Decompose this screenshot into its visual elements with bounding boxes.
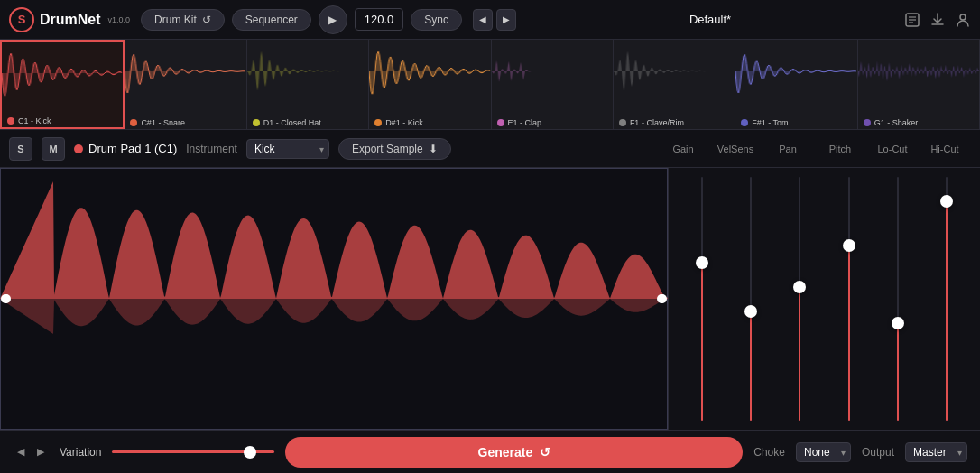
s-button[interactable]: S	[9, 137, 32, 161]
param-label-pan: Pan	[762, 144, 814, 154]
pad-label-pad-d1: D1 - Closed Hat	[253, 118, 321, 127]
generate-icon: ↺	[540, 445, 550, 459]
slider-velsens[interactable]	[750, 177, 752, 421]
pad-color-dot-pad-f1	[619, 119, 626, 126]
waveform-handle-right[interactable]	[657, 294, 666, 303]
pad-canvas-pad-e1	[492, 41, 613, 102]
user-icon-button[interactable]	[955, 12, 971, 28]
pad-label-pad-f1s: F#1 - Tom	[741, 118, 788, 127]
main-waveform	[0, 168, 668, 430]
slider-pitch[interactable]	[848, 177, 850, 421]
pad-waveform-pad-c1	[2, 42, 123, 105]
pad-waveform-pad-e1	[492, 40, 613, 103]
waveform-section	[0, 168, 669, 430]
slider-thumb-locut[interactable]	[892, 317, 904, 329]
app-version: v1.0.0	[108, 15, 131, 24]
choke-select-wrapper: None1234	[796, 442, 851, 462]
pad-label-pad-f1: F1 - Clave/Rim	[619, 118, 684, 127]
waveform-handle-left[interactable]	[2, 294, 11, 303]
variation-slider[interactable]	[112, 443, 274, 461]
pad-canvas-pad-c1s	[125, 41, 245, 102]
pad-color-dot-pad-c1s	[130, 119, 137, 126]
pad-color-dot-pad-d1s	[374, 119, 382, 126]
variation-thumb[interactable]	[244, 446, 256, 459]
pad-label-pad-g1: G1 - Shaker	[864, 118, 919, 127]
bpm-display[interactable]: 120.0	[355, 8, 404, 31]
param-labels: GainVelSensPanPitchLo-CutHi-Cut	[657, 144, 971, 154]
header: S DrumNet v1.0.0 Drum Kit ↺ Sequencer ▶ …	[0, 0, 980, 40]
pad-label-pad-c1: C1 - Kick	[7, 116, 51, 125]
sync-button[interactable]: Sync	[411, 9, 462, 31]
slider-thumb-gain[interactable]	[696, 256, 708, 269]
sequencer-button[interactable]: Sequencer	[232, 9, 311, 31]
param-label-pitch: Pitch	[814, 144, 866, 154]
param-label-lo-cut: Lo-Cut	[866, 144, 919, 154]
logo: S DrumNet v1.0.0	[9, 7, 130, 32]
choke-label: Choke	[753, 446, 785, 459]
slider-gain[interactable]	[701, 177, 703, 421]
drum-pad-pad-c1[interactable]: C1 - Kick	[0, 40, 125, 129]
pad-canvas-pad-f1s	[735, 41, 856, 102]
slider-fill-pan	[799, 287, 800, 422]
drum-pad-pad-f1[interactable]: F1 - Clave/Rim	[614, 40, 735, 129]
m-button[interactable]: M	[42, 137, 65, 161]
generate-button[interactable]: Generate ↺	[285, 437, 743, 468]
slider-fill-locut	[897, 323, 899, 421]
slider-fill-velsens	[750, 311, 752, 422]
slider-thumb-velsens[interactable]	[744, 305, 757, 318]
slider-track-locut	[897, 177, 899, 421]
instrument-select[interactable]: KickSnareClosed HatOpen HatClapTomShaker	[246, 139, 329, 159]
slider-track-hicut	[946, 177, 948, 421]
drum-pad-pad-d1s[interactable]: D#1 - Kick	[369, 40, 491, 129]
pad-color-dot-pad-c1	[7, 117, 14, 125]
slider-thumb-pitch[interactable]	[843, 239, 855, 252]
slider-track-pan	[799, 177, 800, 421]
pad-waveform-pad-d1s	[369, 40, 490, 103]
choke-select[interactable]: None1234	[796, 442, 851, 462]
drum-pad-pad-e1[interactable]: E1 - Clap	[492, 40, 614, 129]
notes-icon-button[interactable]	[904, 12, 920, 28]
refresh-icon: ↺	[202, 14, 211, 26]
pad-title: Drum Pad 1 (C1)	[74, 142, 177, 155]
pad-waveform-pad-f1s	[735, 40, 856, 103]
bottom-next-arrow[interactable]: ▶	[32, 444, 49, 460]
slider-pan[interactable]	[799, 177, 800, 421]
drum-pad-pad-f1s[interactable]: F#1 - Tom	[735, 40, 857, 129]
prev-arrow[interactable]: ◀	[473, 9, 493, 31]
pad-label-pad-c1s: C#1 - Snare	[130, 118, 185, 127]
logo-icon: S	[9, 7, 34, 32]
svg-point-4	[960, 14, 966, 20]
slider-thumb-hicut[interactable]	[940, 195, 953, 208]
export-icon-button[interactable]	[929, 12, 946, 28]
output-select[interactable]: Master1234	[905, 442, 967, 462]
slider-track-velsens	[750, 177, 752, 421]
download-icon: ⬇	[429, 143, 438, 155]
drum-pad-pad-c1s[interactable]: C#1 - Snare	[125, 40, 246, 129]
drum-pad-pad-d1[interactable]: D1 - Closed Hat	[247, 40, 369, 129]
slider-track-pitch	[848, 177, 850, 421]
bottom-prev-arrow[interactable]: ◀	[13, 444, 29, 460]
slider-hicut[interactable]	[946, 177, 948, 421]
generate-label: Generate	[478, 445, 533, 459]
main-area	[0, 168, 980, 430]
drum-pad-pad-g1[interactable]: G1 - Shaker	[858, 40, 980, 129]
app-name: DrumNet	[40, 12, 101, 28]
slider-fill-pitch	[848, 246, 850, 421]
slider-locut[interactable]	[897, 177, 899, 421]
export-sample-button[interactable]: Export Sample ⬇	[338, 138, 451, 160]
play-button[interactable]: ▶	[319, 5, 347, 34]
pad-label-pad-d1s: D#1 - Kick	[374, 118, 423, 127]
play-icon: ▶	[328, 14, 337, 26]
pad-canvas-pad-g1	[858, 41, 979, 102]
slider-thumb-pan[interactable]	[793, 281, 806, 293]
param-label-velsens: VelSens	[709, 144, 762, 154]
next-arrow[interactable]: ▶	[496, 9, 516, 31]
header-icons	[904, 12, 971, 28]
instrument-select-wrapper: KickSnareClosed HatOpen HatClapTomShaker	[246, 139, 329, 159]
pad-waveform-pad-d1	[247, 40, 368, 103]
drum-kit-button[interactable]: Drum Kit ↺	[141, 9, 225, 31]
pad-canvas-pad-d1s	[369, 41, 490, 102]
param-label-hi-cut: Hi-Cut	[919, 144, 971, 154]
variation-track	[112, 450, 274, 453]
variation-label: Variation	[60, 446, 101, 459]
